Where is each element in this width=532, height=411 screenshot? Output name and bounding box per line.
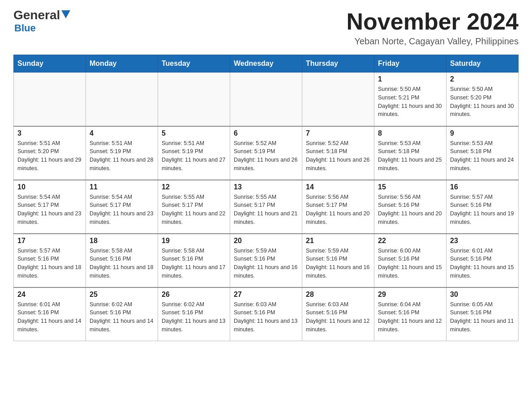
calendar-cell: 9Sunrise: 5:53 AMSunset: 5:18 PMDaylight…: [446, 126, 519, 180]
day-number: 1: [378, 75, 442, 83]
calendar-cell: 24Sunrise: 6:01 AMSunset: 5:16 PMDayligh…: [14, 287, 86, 341]
day-number: 9: [450, 129, 515, 137]
calendar-cell: 26Sunrise: 6:02 AMSunset: 5:16 PMDayligh…: [158, 287, 230, 341]
logo-general-text: General: [13, 9, 60, 21]
day-number: 4: [90, 129, 154, 137]
day-number: 8: [378, 129, 442, 137]
day-info: Sunrise: 5:53 AMSunset: 5:18 PMDaylight:…: [450, 139, 515, 173]
day-info: Sunrise: 5:51 AMSunset: 5:20 PMDaylight:…: [17, 139, 82, 173]
calendar-cell: 23Sunrise: 6:01 AMSunset: 5:16 PMDayligh…: [446, 234, 519, 287]
calendar-cell: 6Sunrise: 5:52 AMSunset: 5:19 PMDaylight…: [230, 126, 302, 180]
calendar-week-3: 10Sunrise: 5:54 AMSunset: 5:17 PMDayligh…: [14, 180, 519, 234]
calendar-cell: 10Sunrise: 5:54 AMSunset: 5:17 PMDayligh…: [14, 180, 86, 234]
calendar-cell: 5Sunrise: 5:51 AMSunset: 5:19 PMDaylight…: [158, 126, 230, 180]
day-number: 2: [450, 75, 515, 83]
day-number: 13: [234, 183, 298, 191]
weekday-header-monday: Monday: [86, 55, 158, 73]
calendar-cell: 8Sunrise: 5:53 AMSunset: 5:18 PMDaylight…: [374, 126, 446, 180]
day-info: Sunrise: 5:57 AMSunset: 5:16 PMDaylight:…: [450, 193, 515, 227]
calendar-cell: 3Sunrise: 5:51 AMSunset: 5:20 PMDaylight…: [14, 126, 86, 180]
weekday-header-tuesday: Tuesday: [158, 55, 230, 73]
calendar-cell: 29Sunrise: 6:04 AMSunset: 5:16 PMDayligh…: [374, 287, 446, 341]
day-number: 23: [450, 237, 515, 245]
day-info: Sunrise: 5:59 AMSunset: 5:16 PMDaylight:…: [234, 247, 298, 280]
day-number: 27: [234, 291, 298, 299]
main-title: November 2024: [347, 9, 519, 34]
calendar-cell: 19Sunrise: 5:58 AMSunset: 5:16 PMDayligh…: [158, 234, 230, 287]
day-number: 30: [450, 291, 515, 299]
day-number: 5: [162, 129, 226, 137]
day-number: 14: [306, 183, 370, 191]
calendar-cell: 25Sunrise: 6:02 AMSunset: 5:16 PMDayligh…: [86, 287, 158, 341]
day-info: Sunrise: 6:01 AMSunset: 5:16 PMDaylight:…: [450, 247, 515, 280]
calendar-cell: 13Sunrise: 5:55 AMSunset: 5:17 PMDayligh…: [230, 180, 302, 234]
logo-blue-text: Blue: [14, 22, 36, 34]
calendar-cell: 1Sunrise: 5:50 AMSunset: 5:21 PMDaylight…: [374, 73, 446, 126]
calendar-week-4: 17Sunrise: 5:57 AMSunset: 5:16 PMDayligh…: [14, 234, 519, 287]
day-number: 12: [162, 183, 226, 191]
calendar-cell: 14Sunrise: 5:56 AMSunset: 5:17 PMDayligh…: [302, 180, 374, 234]
day-info: Sunrise: 6:02 AMSunset: 5:16 PMDaylight:…: [90, 300, 154, 334]
day-info: Sunrise: 6:01 AMSunset: 5:16 PMDaylight:…: [17, 300, 82, 334]
title-area: November 2024 Yeban Norte, Cagayan Valle…: [347, 9, 519, 47]
weekday-header-saturday: Saturday: [446, 55, 519, 73]
weekday-header-thursday: Thursday: [302, 55, 374, 73]
day-info: Sunrise: 5:52 AMSunset: 5:19 PMDaylight:…: [234, 139, 298, 173]
day-info: Sunrise: 5:54 AMSunset: 5:17 PMDaylight:…: [90, 193, 154, 227]
day-number: 3: [17, 129, 82, 137]
day-number: 21: [306, 237, 370, 245]
day-number: 20: [234, 237, 298, 245]
calendar-cell: 18Sunrise: 5:58 AMSunset: 5:16 PMDayligh…: [86, 234, 158, 287]
day-info: Sunrise: 5:55 AMSunset: 5:17 PMDaylight:…: [162, 193, 226, 227]
day-info: Sunrise: 5:51 AMSunset: 5:19 PMDaylight:…: [162, 139, 226, 173]
day-info: Sunrise: 5:54 AMSunset: 5:17 PMDaylight:…: [17, 193, 82, 227]
calendar-cell: 17Sunrise: 5:57 AMSunset: 5:16 PMDayligh…: [14, 234, 86, 287]
day-number: 26: [162, 291, 226, 299]
day-number: 19: [162, 237, 226, 245]
day-number: 22: [378, 237, 442, 245]
day-number: 6: [234, 129, 298, 137]
calendar-cell: 2Sunrise: 5:50 AMSunset: 5:20 PMDaylight…: [446, 73, 519, 126]
calendar-cell: 28Sunrise: 6:03 AMSunset: 5:16 PMDayligh…: [302, 287, 374, 341]
calendar-cell: [86, 73, 158, 126]
day-info: Sunrise: 6:05 AMSunset: 5:16 PMDaylight:…: [450, 300, 515, 334]
weekday-header-friday: Friday: [374, 55, 446, 73]
calendar-cell: 21Sunrise: 5:59 AMSunset: 5:16 PMDayligh…: [302, 234, 374, 287]
day-number: 15: [378, 183, 442, 191]
calendar-cell: 7Sunrise: 5:52 AMSunset: 5:18 PMDaylight…: [302, 126, 374, 180]
calendar-cell: [14, 73, 86, 126]
calendar-cell: 30Sunrise: 6:05 AMSunset: 5:16 PMDayligh…: [446, 287, 519, 341]
calendar-week-2: 3Sunrise: 5:51 AMSunset: 5:20 PMDaylight…: [14, 126, 519, 180]
day-number: 25: [90, 291, 154, 299]
day-number: 10: [17, 183, 82, 191]
weekday-header-wednesday: Wednesday: [230, 55, 302, 73]
calendar-table: SundayMondayTuesdayWednesdayThursdayFrid…: [13, 55, 519, 341]
calendar-week-1: 1Sunrise: 5:50 AMSunset: 5:21 PMDaylight…: [14, 73, 519, 126]
calendar-cell: 20Sunrise: 5:59 AMSunset: 5:16 PMDayligh…: [230, 234, 302, 287]
logo: General Blue: [13, 9, 70, 34]
calendar-cell: 16Sunrise: 5:57 AMSunset: 5:16 PMDayligh…: [446, 180, 519, 234]
calendar-cell: [302, 73, 374, 126]
day-info: Sunrise: 5:51 AMSunset: 5:19 PMDaylight:…: [90, 139, 154, 173]
calendar-cell: 22Sunrise: 6:00 AMSunset: 5:16 PMDayligh…: [374, 234, 446, 287]
logo-triangle-icon: [61, 10, 70, 18]
day-number: 11: [90, 183, 154, 191]
day-info: Sunrise: 6:02 AMSunset: 5:16 PMDaylight:…: [162, 300, 226, 334]
day-info: Sunrise: 6:00 AMSunset: 5:16 PMDaylight:…: [378, 247, 442, 280]
day-number: 24: [17, 291, 82, 299]
day-info: Sunrise: 5:50 AMSunset: 5:21 PMDaylight:…: [378, 85, 442, 119]
day-info: Sunrise: 5:53 AMSunset: 5:18 PMDaylight:…: [378, 139, 442, 173]
calendar-cell: [230, 73, 302, 126]
day-info: Sunrise: 5:52 AMSunset: 5:18 PMDaylight:…: [306, 139, 370, 173]
calendar-cell: [158, 73, 230, 126]
calendar-header-row: SundayMondayTuesdayWednesdayThursdayFrid…: [14, 55, 519, 73]
day-number: 7: [306, 129, 370, 137]
day-number: 28: [306, 291, 370, 299]
day-info: Sunrise: 6:03 AMSunset: 5:16 PMDaylight:…: [306, 300, 370, 334]
subtitle: Yeban Norte, Cagayan Valley, Philippines: [347, 36, 519, 47]
calendar-cell: 4Sunrise: 5:51 AMSunset: 5:19 PMDaylight…: [86, 126, 158, 180]
day-info: Sunrise: 5:58 AMSunset: 5:16 PMDaylight:…: [90, 247, 154, 280]
calendar-cell: 11Sunrise: 5:54 AMSunset: 5:17 PMDayligh…: [86, 180, 158, 234]
day-info: Sunrise: 6:03 AMSunset: 5:16 PMDaylight:…: [234, 300, 298, 334]
day-info: Sunrise: 5:56 AMSunset: 5:17 PMDaylight:…: [306, 193, 370, 227]
